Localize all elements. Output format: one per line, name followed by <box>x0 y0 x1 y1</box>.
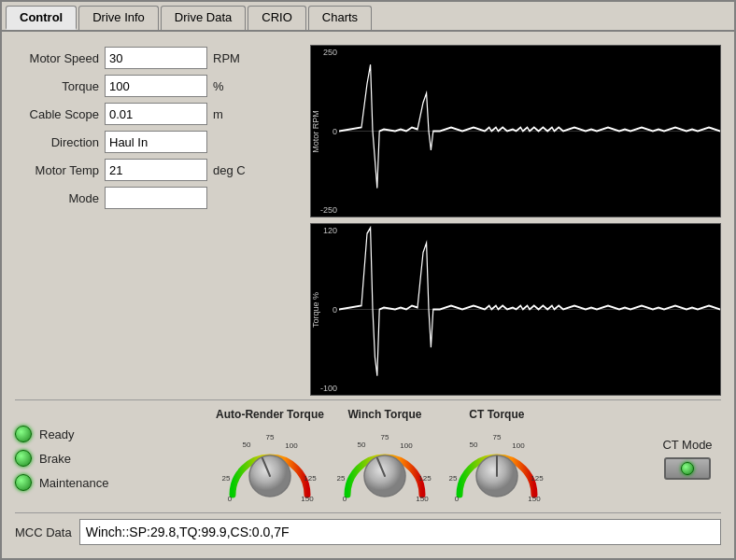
motor-temp-input[interactable] <box>105 159 207 181</box>
svg-text:100: 100 <box>400 441 413 450</box>
motor-speed-label: Motor Speed <box>15 51 99 65</box>
motor-speed-row: Motor Speed RPM <box>15 47 295 69</box>
maintenance-led <box>15 474 32 491</box>
svg-text:25: 25 <box>448 474 457 483</box>
charts-section: 250 0 -250 Motor RPM <box>310 41 721 396</box>
svg-text:25: 25 <box>222 474 231 483</box>
tab-drive-data[interactable]: Drive Data <box>161 6 246 30</box>
ct-mode-led <box>681 462 694 475</box>
mcc-input[interactable] <box>79 519 721 545</box>
cable-scope-label: Cable Scope <box>15 107 99 121</box>
svg-text:125: 125 <box>418 474 432 483</box>
torque-row: Torque % <box>15 75 295 97</box>
brake-indicator: Brake <box>15 450 118 467</box>
knob-auto-render: Auto-Render Torque <box>216 408 324 509</box>
cable-scope-input[interactable] <box>105 103 207 125</box>
content-area: Motor Speed RPM Torque % Cable Scope m D… <box>2 32 734 558</box>
knob-winch-title: Winch Torque <box>347 408 421 421</box>
torque-chart: 120 0 -100 Torque % <box>310 223 721 396</box>
motor-rpm-axis-label: Motor RPM <box>311 110 320 153</box>
torque-axis-label: Torque % <box>311 291 320 327</box>
brake-led <box>15 450 32 467</box>
indicators: Ready Brake Maintenance <box>15 426 118 491</box>
knobs-section: Auto-Render Torque <box>118 408 646 509</box>
direction-row: Direction <box>15 131 295 153</box>
motor-speed-unit: RPM <box>213 51 250 65</box>
tab-drive-info[interactable]: Drive Info <box>78 6 159 30</box>
motor-temp-unit: deg C <box>213 163 250 177</box>
svg-text:75: 75 <box>492 433 501 441</box>
top-section: Motor Speed RPM Torque % Cable Scope m D… <box>15 41 721 396</box>
torque-label: Torque <box>15 79 99 93</box>
mode-row: Mode <box>15 187 295 209</box>
mcc-label: MCC Data <box>15 525 72 539</box>
motor-temp-label: Motor Temp <box>15 163 99 177</box>
mode-label: Mode <box>15 191 99 205</box>
svg-text:100: 100 <box>285 441 298 450</box>
svg-text:125: 125 <box>304 474 317 483</box>
svg-text:0: 0 <box>228 495 233 503</box>
ct-mode-label: CT Mode <box>662 438 712 452</box>
motor-rpm-y-bot: -250 <box>320 205 337 215</box>
svg-text:150: 150 <box>301 495 314 503</box>
ready-label: Ready <box>39 427 75 441</box>
motor-rpm-chart: 250 0 -250 Motor RPM <box>310 45 721 217</box>
knob-auto-render-title: Auto-Render Torque <box>216 408 324 421</box>
ready-led <box>15 426 32 442</box>
torque-canvas <box>339 224 720 395</box>
svg-text:100: 100 <box>512 441 525 450</box>
svg-text:25: 25 <box>336 474 345 483</box>
torque-input[interactable] <box>105 75 207 97</box>
svg-text:0: 0 <box>343 495 347 503</box>
direction-label: Direction <box>15 135 99 149</box>
knob-ct-title: CT Torque <box>469 408 524 421</box>
knob-auto-render-svg[interactable]: 25 0 75 100 125 150 50 <box>219 425 321 509</box>
tab-bar: Control Drive Info Drive Data CRIO Chart… <box>2 2 734 32</box>
svg-text:75: 75 <box>380 433 389 441</box>
brake-label: Brake <box>39 452 71 466</box>
knob-winch: Winch Torque <box>333 408 436 509</box>
ready-indicator: Ready <box>15 426 118 442</box>
motor-rpm-canvas <box>339 46 720 217</box>
svg-text:75: 75 <box>266 433 275 441</box>
maintenance-indicator: Maintenance <box>15 474 118 491</box>
bottom-section: Ready Brake Maintenance Auto-Render Torq… <box>15 399 721 512</box>
knob-ct-svg[interactable]: 25 0 75 100 125 150 50 <box>446 425 548 509</box>
torque-y-bot: -100 <box>320 384 337 393</box>
mcc-section: MCC Data <box>15 512 721 549</box>
knob-ct: CT Torque <box>446 408 548 509</box>
cable-scope-unit: m <box>213 107 250 121</box>
motor-rpm-y-top: 250 <box>323 48 337 57</box>
torque-y-top: 120 <box>323 226 337 235</box>
svg-text:0: 0 <box>455 495 460 503</box>
tab-crio[interactable]: CRIO <box>248 6 306 30</box>
svg-text:125: 125 <box>531 474 544 483</box>
knob-winch-svg[interactable]: 25 0 75 100 125 150 50 <box>333 425 436 509</box>
maintenance-label: Maintenance <box>39 476 108 490</box>
svg-text:50: 50 <box>243 441 251 449</box>
svg-text:50: 50 <box>357 441 365 449</box>
direction-input[interactable] <box>105 131 207 153</box>
cable-scope-row: Cable Scope m <box>15 103 295 125</box>
form-section: Motor Speed RPM Torque % Cable Scope m D… <box>15 41 295 396</box>
mode-input[interactable] <box>105 187 207 209</box>
torque-unit: % <box>213 79 250 93</box>
tab-control[interactable]: Control <box>6 6 77 30</box>
motor-speed-input[interactable] <box>105 47 207 69</box>
motor-temp-row: Motor Temp deg C <box>15 159 295 181</box>
ct-mode-section: CT Mode <box>646 438 721 480</box>
ct-mode-button[interactable] <box>664 457 711 480</box>
tab-charts[interactable]: Charts <box>308 6 372 30</box>
svg-text:150: 150 <box>416 495 429 503</box>
svg-text:50: 50 <box>469 441 477 449</box>
main-window: Control Drive Info Drive Data CRIO Chart… <box>0 0 736 560</box>
svg-text:150: 150 <box>528 495 541 503</box>
